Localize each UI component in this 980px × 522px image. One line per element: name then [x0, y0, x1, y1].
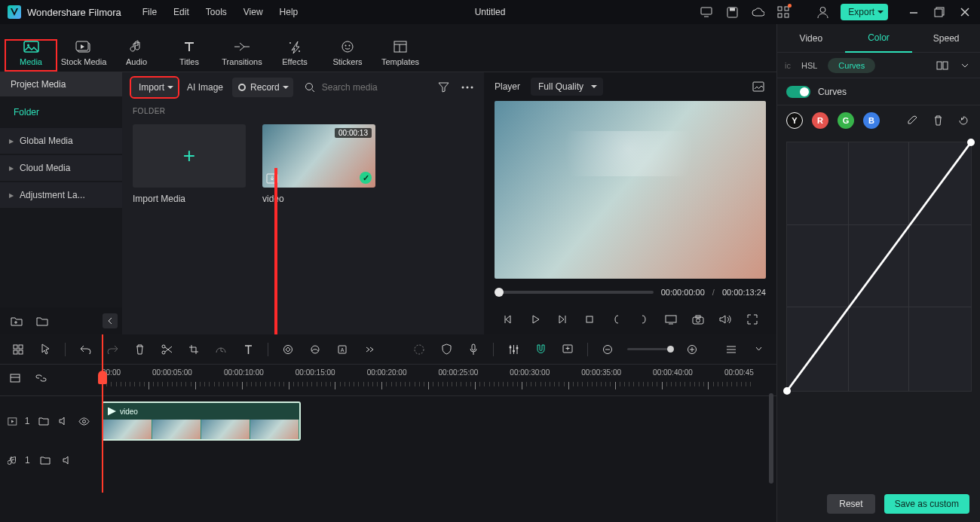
media-cell-video[interactable]: 00:00:13 ✓ video: [262, 124, 375, 204]
folder-icon[interactable]: [35, 313, 50, 328]
curves-toggle[interactable]: [786, 86, 810, 98]
quality-select[interactable]: Full Quality: [531, 78, 603, 96]
playhead[interactable]: [102, 334, 103, 493]
zoom-in-icon[interactable]: [684, 342, 700, 357]
delete-icon[interactable]: [132, 342, 147, 357]
import-button[interactable]: Import: [131, 78, 178, 97]
export-button[interactable]: Export: [841, 4, 888, 20]
channel-red[interactable]: R: [812, 112, 828, 129]
render-icon[interactable]: [412, 342, 427, 357]
ai-image-button[interactable]: AI Image: [187, 82, 223, 93]
apps-icon[interactable]: [776, 5, 791, 20]
camera-icon[interactable]: [691, 313, 705, 326]
search-input[interactable]: [322, 82, 405, 93]
track-mute-icon[interactable]: [57, 414, 70, 429]
timeline-scrollbar[interactable]: [769, 393, 773, 484]
channel-green[interactable]: G: [838, 112, 854, 129]
tab-effects[interactable]: Effects: [268, 39, 321, 72]
filter-icon[interactable]: [436, 80, 451, 95]
track-visibility-icon[interactable]: [78, 414, 90, 429]
inspector-tab-video[interactable]: Video: [777, 24, 845, 53]
media-cell-import[interactable]: + Import Media: [133, 124, 246, 204]
account-icon[interactable]: [815, 5, 830, 20]
text-tool-icon[interactable]: [240, 342, 256, 357]
device-icon[interactable]: [699, 5, 714, 20]
ai-tool-icon[interactable]: A: [335, 342, 350, 357]
fullscreen-icon[interactable]: [746, 313, 759, 326]
color-tool-icon[interactable]: [308, 342, 323, 357]
tab-stock-media[interactable]: Stock Media: [57, 39, 110, 72]
eyedropper-icon[interactable]: [905, 113, 920, 128]
sidebar-item-global-media[interactable]: ▶Global Media: [0, 128, 122, 154]
sidebar-folder[interactable]: Folder: [0, 96, 122, 128]
volume-icon[interactable]: [718, 313, 732, 326]
menu-view[interactable]: View: [243, 7, 263, 17]
next-frame-icon[interactable]: [556, 313, 569, 326]
save-custom-button[interactable]: Save as custom: [884, 494, 969, 514]
tab-media[interactable]: Media: [5, 39, 57, 72]
overflow-icon[interactable]: [362, 342, 377, 357]
menu-edit[interactable]: Edit: [173, 7, 189, 17]
stop-icon[interactable]: [583, 313, 596, 326]
new-folder-icon[interactable]: [9, 313, 24, 328]
subtab-hsl[interactable]: HSL: [801, 61, 817, 70]
menu-file[interactable]: File: [142, 7, 157, 17]
inspector-tab-speed[interactable]: Speed: [912, 24, 980, 53]
cloud-icon[interactable]: [750, 5, 765, 20]
tab-audio[interactable]: Audio: [110, 39, 163, 72]
shield-icon[interactable]: [439, 342, 454, 357]
timeline-ruler[interactable]: 00:0000:00:05:00 00:00:10:0000:00:15:00 …: [0, 365, 776, 396]
play-icon[interactable]: [528, 313, 542, 326]
tab-titles[interactable]: Titles: [163, 39, 216, 72]
curve-editor[interactable]: [786, 142, 972, 392]
scrubber[interactable]: [495, 291, 654, 294]
sidebar-item-adjustment-layer[interactable]: ▶Adjustment La...: [0, 182, 122, 208]
reset-button[interactable]: Reset: [827, 494, 874, 514]
display-icon[interactable]: [664, 313, 678, 326]
link-icon[interactable]: [33, 371, 48, 386]
tab-templates[interactable]: Templates: [374, 39, 427, 72]
track-mute-icon[interactable]: [60, 453, 75, 468]
more-icon[interactable]: [460, 80, 475, 95]
tab-transitions[interactable]: Transitions: [216, 39, 268, 72]
magnet-icon[interactable]: [533, 342, 548, 357]
speed-icon[interactable]: [213, 342, 228, 357]
mark-in-icon[interactable]: [610, 313, 623, 326]
crop-icon[interactable]: [186, 342, 201, 357]
search-icon[interactable]: [302, 80, 317, 95]
menu-help[interactable]: Help: [280, 7, 299, 17]
zoom-out-icon[interactable]: [600, 342, 615, 357]
compare-icon[interactable]: [935, 58, 950, 73]
menu-tools[interactable]: Tools: [206, 7, 227, 17]
zoom-slider[interactable]: [627, 348, 672, 350]
trash-icon[interactable]: [930, 113, 945, 128]
inspector-tab-color[interactable]: Color: [845, 24, 913, 53]
track-options-icon[interactable]: [8, 371, 23, 386]
keyframe-icon[interactable]: [280, 342, 296, 357]
prev-frame-icon[interactable]: [501, 313, 515, 326]
redo-icon[interactable]: [105, 342, 120, 357]
subtab-curves[interactable]: Curves: [828, 58, 875, 73]
marker-add-icon[interactable]: [560, 342, 575, 357]
mark-out-icon[interactable]: [637, 313, 651, 326]
save-icon[interactable]: [724, 5, 740, 20]
sidebar-item-cloud-media[interactable]: ▶Cloud Media: [0, 155, 122, 181]
track-folder-icon[interactable]: [38, 453, 53, 468]
chevron-down-icon[interactable]: [957, 58, 972, 73]
close-icon[interactable]: [957, 5, 972, 20]
mic-icon[interactable]: [466, 342, 481, 357]
pointer-icon[interactable]: [38, 342, 53, 357]
undo-icon[interactable]: [78, 342, 93, 357]
maximize-icon[interactable]: [932, 5, 947, 20]
snapshot-icon[interactable]: [751, 79, 766, 94]
reset-icon[interactable]: [956, 113, 971, 128]
channel-blue[interactable]: B: [863, 112, 880, 129]
sidebar-project-media[interactable]: Project Media: [0, 72, 122, 96]
preview-canvas[interactable]: [495, 101, 766, 279]
timeline-clip[interactable]: video: [102, 401, 301, 441]
track-view-icon[interactable]: [724, 342, 739, 357]
record-button[interactable]: Record: [232, 78, 293, 97]
collapse-sidebar-icon[interactable]: [103, 313, 118, 328]
subtab-ic[interactable]: ic: [785, 61, 791, 70]
scrub-knob-icon[interactable]: [495, 288, 504, 297]
